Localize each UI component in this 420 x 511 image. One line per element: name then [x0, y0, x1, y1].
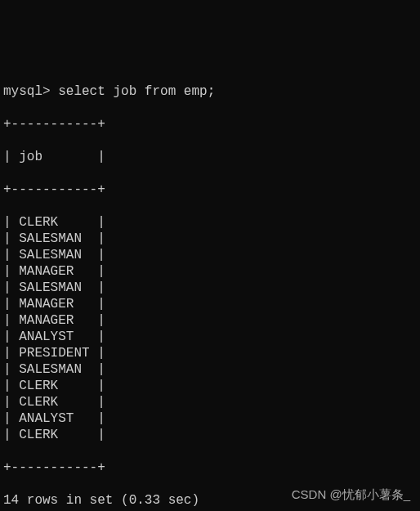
prompt-line-1: mysql> select job from emp; [3, 83, 417, 100]
table-row: | MANAGER | [3, 263, 417, 280]
table-row: | SALESMAN | [3, 280, 417, 296]
table-row: | PRESIDENT | [3, 345, 417, 361]
table-row: | SALESMAN | [3, 361, 417, 378]
table-header-row: | job | [3, 149, 417, 165]
table-row: | CLERK | [3, 394, 417, 410]
terminal-output: mysql> select job from emp; +-----------… [3, 67, 417, 511]
table-row: | MANAGER | [3, 312, 417, 329]
status-line-1: 14 rows in set (0.33 sec) [3, 492, 417, 509]
mysql-prompt: mysql> [3, 84, 51, 99]
table-divider: +-----------+ [3, 182, 417, 198]
table-row: | ANALYST | [3, 410, 417, 427]
table-row: | MANAGER | [3, 296, 417, 312]
table-row: | CLERK | [3, 378, 417, 394]
table-row: | SALESMAN | [3, 247, 417, 263]
sql-statement-1: select job from emp; [51, 84, 216, 99]
table-row: | CLERK | [3, 214, 417, 231]
table-divider: +-----------+ [3, 116, 417, 132]
table-body-1: | CLERK || SALESMAN || SALESMAN || MANAG… [3, 214, 417, 443]
column-header-job: job [19, 150, 42, 164]
table-row: | CLERK | [3, 427, 417, 443]
table-divider: +-----------+ [3, 459, 417, 476]
table-row: | ANALYST | [3, 329, 417, 345]
table-row: | SALESMAN | [3, 231, 417, 247]
